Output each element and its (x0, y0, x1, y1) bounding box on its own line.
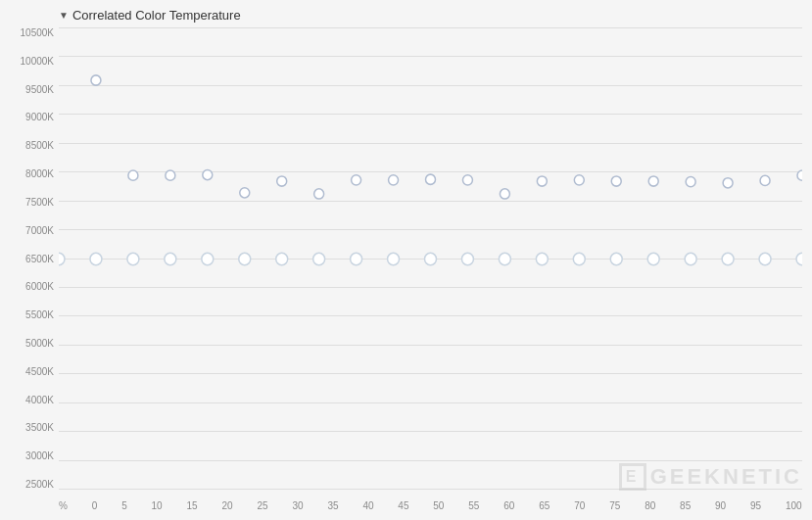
chart-plot (59, 28, 802, 490)
data-point (128, 170, 138, 180)
data-point (165, 253, 176, 264)
data-point (166, 170, 175, 180)
x-axis-label: 45 (398, 500, 408, 511)
data-point (796, 253, 802, 264)
chart-title-text: Correlated Color Temperature (72, 8, 241, 23)
data-point (202, 253, 214, 264)
x-axis-label: 30 (292, 500, 303, 511)
x-axis: %051015202530354045505560657075808590951… (59, 500, 802, 511)
y-axis-label: 2500K (5, 480, 54, 490)
y-axis-label: 9500K (5, 85, 54, 95)
y-axis-label: 8500K (5, 141, 54, 151)
y-axis-label: 10000K (5, 57, 54, 67)
x-axis-label: 80 (645, 500, 655, 511)
y-axis-label: 6000K (5, 282, 54, 292)
data-point (426, 174, 436, 184)
x-axis-label: 90 (715, 500, 726, 511)
data-point (240, 188, 250, 198)
data-point (91, 75, 101, 85)
data-point (277, 176, 287, 186)
x-axis-label: 85 (680, 500, 691, 511)
y-axis-label: 5000K (5, 339, 54, 349)
y-axis-label: 4000K (5, 396, 54, 405)
data-point (760, 175, 770, 185)
x-axis-label: 40 (362, 500, 373, 511)
data-point (686, 176, 695, 186)
data-point (352, 175, 361, 185)
x-axis-label: 65 (539, 500, 549, 511)
data-point (314, 189, 324, 199)
y-axis-label: 8000K (5, 169, 54, 179)
y-axis-label: 5500K (5, 310, 54, 320)
data-point (462, 175, 472, 185)
y-axis-label: 3000K (5, 451, 54, 461)
data-point (685, 253, 696, 264)
data-point (203, 169, 213, 179)
data-point (276, 253, 288, 264)
data-point (722, 253, 734, 264)
y-axis-label: 3500K (5, 423, 54, 433)
x-axis-label: 75 (609, 500, 620, 511)
x-axis-label: 60 (503, 500, 514, 511)
data-point (797, 170, 802, 180)
x-axis-label: 25 (257, 500, 267, 511)
x-axis-label: 0 (92, 500, 98, 511)
data-point (574, 175, 584, 185)
x-axis-label: 5 (121, 500, 127, 511)
data-point (127, 253, 139, 264)
data-point (500, 189, 509, 199)
x-axis-label: 50 (433, 500, 444, 511)
chart-title: ▼ Correlated Color Temperature (59, 8, 802, 23)
x-axis-label: 95 (750, 500, 761, 511)
collapse-icon[interactable]: ▼ (59, 10, 69, 21)
y-axis-label: 10500K (5, 28, 54, 38)
data-point (239, 253, 251, 264)
x-axis-label: 15 (187, 500, 198, 511)
data-point (351, 253, 362, 264)
y-axis-label: 7500K (5, 198, 54, 208)
data-point (647, 253, 659, 264)
data-point (648, 176, 658, 186)
x-axis-label: 20 (222, 500, 233, 511)
data-point (536, 253, 548, 264)
y-axis-label: 9000K (5, 113, 54, 122)
data-point (389, 175, 399, 185)
data-point (425, 253, 437, 264)
x-axis-label: 10 (152, 500, 163, 511)
y-axis-label: 4500K (5, 367, 54, 377)
y-axis-label: 6500K (5, 255, 54, 264)
data-point (610, 253, 622, 264)
x-axis-label: % (59, 500, 68, 511)
data-point (499, 253, 510, 264)
chart-area: 2500K3000K3500K4000K4500K5000K5500K6000K… (59, 28, 802, 490)
data-point (573, 253, 585, 264)
data-point (313, 253, 325, 264)
data-point (461, 253, 473, 264)
x-axis-label: 70 (574, 500, 585, 511)
data-point (723, 178, 733, 188)
x-axis-label: 35 (327, 500, 338, 511)
data-point (59, 253, 65, 264)
chart-container: ▼ Correlated Color Temperature 2500K3000… (0, 0, 812, 520)
data-point (759, 253, 771, 264)
x-axis-label: 100 (786, 500, 802, 511)
y-axis: 2500K3000K3500K4000K4500K5000K5500K6000K… (5, 28, 54, 490)
data-point (388, 253, 400, 264)
data-point (90, 253, 102, 264)
x-axis-label: 55 (468, 500, 479, 511)
y-axis-label: 7000K (5, 226, 54, 236)
data-point (537, 176, 547, 186)
data-point (611, 176, 621, 186)
